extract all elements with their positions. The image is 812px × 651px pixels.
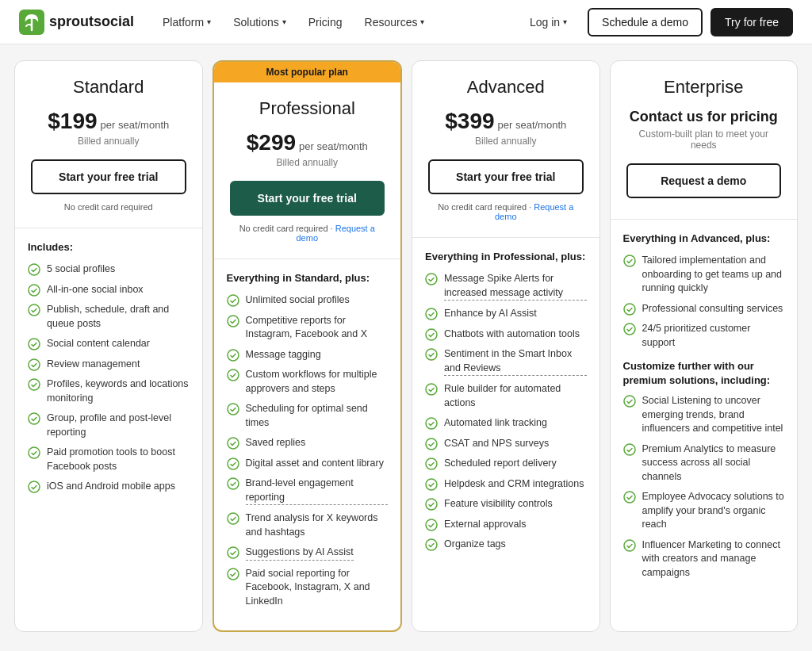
feature-text[interactable]: Message Spike Alerts for increased messa… (444, 272, 587, 301)
list-item: Sentiment in the Smart Inbox and Reviews (425, 347, 587, 376)
list-item: Automated link tracking (425, 416, 587, 431)
check-circle-icon (28, 263, 40, 276)
plan-professional-amount: $299 (247, 130, 296, 155)
most-popular-badge: Most popular plan (214, 62, 401, 82)
list-item: Influencer Marketing to connect with cre… (623, 538, 785, 580)
plan-standard: Standard $199 per seat/month Billed annu… (14, 60, 203, 632)
svg-point-38 (624, 492, 635, 503)
list-item: Competitive reports for Instagram, Faceb… (227, 314, 389, 342)
plan-enterprise-contact-pricing: Contact us for pricing (626, 109, 782, 125)
feature-text: Scheduled report delivery (444, 457, 557, 471)
feature-text: Digital asset and content library (246, 457, 384, 471)
plan-professional-billing: Billed annually (230, 157, 385, 168)
svg-point-7 (29, 413, 40, 424)
nav-actions: Log in Schedule a demo Try for free (517, 8, 793, 36)
plan-standard-cta[interactable]: Start your free trial (31, 159, 186, 194)
svg-point-29 (426, 479, 437, 490)
check-circle-icon (425, 348, 438, 361)
plan-standard-header: Standard $199 per seat/month Billed annu… (15, 61, 202, 228)
svg-point-14 (228, 404, 239, 415)
nav-links: Platform Solutions Pricing Resources (153, 11, 511, 33)
list-item: Review management (28, 358, 190, 372)
feature-text: Paid social reporting for Facebook, Inst… (246, 567, 389, 609)
svg-point-37 (624, 444, 635, 455)
plan-professional-price: $299 per seat/month (230, 130, 385, 155)
check-circle-icon (623, 255, 636, 267)
check-circle-icon (425, 273, 438, 285)
svg-point-36 (624, 396, 635, 407)
plan-enterprise-header: Enterprise Contact us for pricing Custom… (611, 61, 798, 219)
svg-point-1 (29, 264, 40, 275)
feature-text[interactable]: Sentiment in the Smart Inbox and Reviews (444, 347, 587, 376)
plan-standard-billing: Billed annually (31, 136, 186, 147)
plan-advanced-name: Advanced (428, 77, 584, 98)
plan-professional-features-heading: Everything in Standard, plus: (227, 272, 389, 284)
list-item: Saved replies (227, 436, 389, 450)
feature-text: Scheduling for optimal send times (246, 402, 389, 430)
schedule-demo-button[interactable]: Schedule a demo (588, 8, 703, 36)
svg-point-13 (228, 370, 239, 381)
login-button[interactable]: Log in (517, 10, 580, 35)
feature-text: Group, profile and post-level reporting (47, 412, 190, 439)
feature-text[interactable]: Suggestions by AI Assist (246, 546, 354, 561)
check-circle-icon (227, 477, 239, 490)
feature-text: 24/5 prioritized customer support (642, 322, 785, 350)
list-item: CSAT and NPS surveys (425, 437, 587, 451)
feature-text: Employee Advocacy solutions to amplify y… (642, 490, 785, 532)
nav-solutions[interactable]: Solutions (224, 11, 296, 33)
check-circle-icon (227, 369, 239, 381)
list-item: Suggestions by AI Assist (227, 546, 389, 561)
list-item: Brand-level engagement reporting (227, 477, 389, 505)
plan-advanced-cta[interactable]: Start your free trial (428, 159, 584, 194)
feature-text: Social Listening to uncover emerging tre… (642, 394, 785, 436)
svg-point-2 (29, 285, 40, 296)
check-circle-icon (425, 417, 438, 430)
check-circle-icon (623, 395, 636, 408)
svg-point-25 (426, 384, 437, 395)
svg-point-35 (624, 324, 635, 335)
svg-point-11 (228, 316, 239, 327)
feature-text[interactable]: Brand-level engagement reporting (246, 477, 389, 505)
plan-enterprise: Enterprise Contact us for pricing Custom… (610, 60, 799, 632)
plan-enterprise-cta[interactable]: Request a demo (626, 163, 782, 198)
check-circle-icon (425, 519, 438, 531)
list-item: Employee Advocacy solutions to amplify y… (623, 490, 785, 532)
list-item: Scheduled report delivery (425, 457, 587, 471)
list-item: Trend analysis for X keywords and hashta… (227, 511, 389, 539)
nav-platform[interactable]: Platform (153, 11, 220, 33)
svg-point-31 (426, 519, 437, 530)
list-item: Digital asset and content library (227, 457, 389, 471)
try-for-free-button[interactable]: Try for free (710, 8, 793, 36)
check-circle-icon (28, 481, 40, 493)
plan-professional-suffix: per seat/month (299, 140, 368, 152)
plan-advanced-header: Advanced $399 per seat/month Billed annu… (412, 61, 599, 237)
svg-point-5 (29, 359, 40, 370)
feature-text: Enhance by AI Assist (444, 307, 537, 321)
plan-enterprise-features-heading: Everything in Advanced, plus: (623, 232, 785, 244)
svg-point-15 (228, 438, 239, 449)
plan-standard-no-credit: No credit card required (31, 202, 186, 212)
nav-pricing[interactable]: Pricing (299, 11, 352, 33)
check-circle-icon (425, 383, 438, 396)
list-item: Organize tags (425, 538, 587, 552)
pricing-container: Standard $199 per seat/month Billed annu… (0, 44, 812, 648)
logo[interactable]: sproutsocial (19, 10, 134, 35)
nav-resources[interactable]: Resources (355, 11, 435, 33)
svg-point-4 (29, 339, 40, 350)
check-circle-icon (623, 491, 636, 504)
plan-standard-features: Includes: 5 social profiles All-in-one s… (15, 241, 202, 631)
feature-text: Professional consulting services (642, 302, 783, 316)
plan-professional: Most popular plan Professional $299 per … (213, 60, 403, 632)
list-item: Message tagging (227, 348, 389, 362)
svg-point-19 (228, 547, 239, 558)
list-item: iOS and Android mobile apps (28, 480, 190, 494)
plan-professional-no-credit: No credit card required · Request a demo (230, 224, 385, 243)
svg-point-32 (426, 539, 437, 550)
feature-text: All-in-one social inbox (47, 283, 144, 297)
feature-text: Automated link tracking (444, 416, 547, 431)
plan-advanced: Advanced $399 per seat/month Billed annu… (412, 60, 600, 632)
list-item: Feature visibility controls (425, 497, 587, 511)
plan-professional-name: Professional (230, 98, 385, 119)
plan-advanced-amount: $399 (445, 109, 494, 134)
plan-professional-cta[interactable]: Start your free trial (230, 181, 385, 216)
